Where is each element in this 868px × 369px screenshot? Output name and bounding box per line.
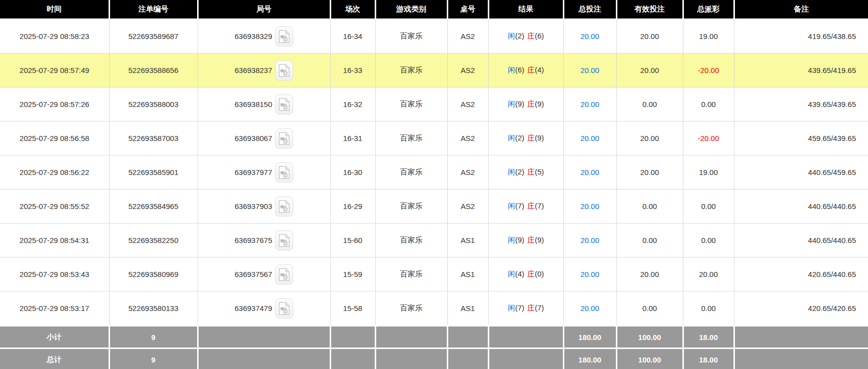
round-number: 636937567 bbox=[235, 270, 272, 278]
video-replay-button[interactable] bbox=[275, 26, 293, 46]
cell-remark: 440.65/440.65 bbox=[734, 224, 868, 258]
cell-result: 闲(9)庄(9) bbox=[488, 88, 563, 122]
player-result-label: 闲 bbox=[508, 66, 515, 74]
cell-table-no: AS1 bbox=[447, 292, 488, 326]
player-result-value: (2) bbox=[515, 32, 524, 40]
cell-total-payout: -20.00 bbox=[683, 122, 734, 156]
cell-table-no: AS2 bbox=[447, 190, 488, 224]
cell-round-id: 636937479 bbox=[198, 292, 330, 326]
table-row: 2025-07-29 08:53:17 522693580133 6369374… bbox=[0, 292, 868, 326]
cell-bet-id: 522693588003 bbox=[109, 88, 198, 122]
round-number: 636938237 bbox=[235, 66, 272, 74]
grand-total-total-payout: 18.00 bbox=[683, 348, 734, 369]
bet-history-table: 时间 注单编号 局号 场次 游戏类别 桌号 结果 总投注 有效投注 总派彩 备注… bbox=[0, 0, 868, 369]
grand-total-row: 总计 9 180.00 100.00 18.00 bbox=[0, 348, 868, 369]
cell-session: 16-31 bbox=[330, 122, 375, 156]
banker-result-value: (7) bbox=[535, 304, 544, 312]
cell-valid-bet: 0.00 bbox=[616, 292, 683, 326]
video-replay-button[interactable] bbox=[275, 60, 293, 80]
table-row: 2025-07-29 08:56:58 522693587003 6369380… bbox=[0, 122, 868, 156]
cell-result: 闲(4)庄(0) bbox=[488, 258, 563, 292]
banker-result-value: (9) bbox=[535, 236, 544, 244]
cell-time: 2025-07-29 08:54:31 bbox=[0, 224, 109, 258]
cell-session: 16-33 bbox=[330, 54, 375, 88]
cell-total-payout: 20.00 bbox=[683, 258, 734, 292]
banker-result-label: 庄 bbox=[527, 32, 535, 40]
cell-time: 2025-07-29 08:58:23 bbox=[0, 19, 109, 54]
video-replay-button[interactable] bbox=[275, 264, 293, 284]
table-row: 2025-07-29 08:56:22 522693585901 6369379… bbox=[0, 156, 868, 190]
video-file-icon bbox=[279, 200, 290, 213]
banker-result-label: 庄 bbox=[527, 202, 535, 210]
cell-table-no: AS1 bbox=[447, 258, 488, 292]
cell-round-id: 636937675 bbox=[198, 224, 330, 258]
col-header-round-id: 局号 bbox=[198, 0, 330, 19]
banker-result-label: 庄 bbox=[527, 134, 535, 142]
video-replay-button[interactable] bbox=[275, 162, 293, 182]
col-header-total-payout: 总派彩 bbox=[683, 0, 734, 19]
player-result-label: 闲 bbox=[508, 202, 515, 210]
col-header-bet-id: 注单编号 bbox=[109, 0, 198, 19]
round-number: 636938067 bbox=[235, 134, 272, 142]
grand-total-count: 9 bbox=[109, 348, 198, 369]
cell-valid-bet: 20.00 bbox=[616, 54, 683, 88]
cell-valid-bet: 20.00 bbox=[616, 258, 683, 292]
cell-total-payout: 19.00 bbox=[683, 19, 734, 54]
round-number: 636938329 bbox=[235, 32, 272, 40]
cell-total-bet: 20.00 bbox=[563, 88, 616, 122]
player-result-value: (2) bbox=[515, 168, 524, 176]
subtotal-label: 小计 bbox=[0, 326, 109, 348]
banker-result-value: (9) bbox=[535, 134, 544, 142]
cell-total-bet: 20.00 bbox=[563, 122, 616, 156]
video-replay-button[interactable] bbox=[275, 128, 293, 148]
cell-total-bet: 20.00 bbox=[563, 19, 616, 54]
round-number: 636938150 bbox=[235, 100, 272, 108]
video-file-icon bbox=[279, 64, 290, 77]
cell-time: 2025-07-29 08:56:22 bbox=[0, 156, 109, 190]
cell-valid-bet: 20.00 bbox=[616, 156, 683, 190]
cell-remark: 440.65/459.65 bbox=[734, 156, 868, 190]
video-file-icon bbox=[279, 234, 290, 247]
video-replay-button[interactable] bbox=[275, 196, 293, 216]
cell-total-payout: -20.00 bbox=[683, 54, 734, 88]
cell-table-no: AS2 bbox=[447, 54, 488, 88]
subtotal-total-bet: 180.00 bbox=[563, 326, 616, 348]
cell-round-id: 636938150 bbox=[198, 88, 330, 122]
cell-time: 2025-07-29 08:53:17 bbox=[0, 292, 109, 326]
cell-session: 16-34 bbox=[330, 19, 375, 54]
cell-time: 2025-07-29 08:55:52 bbox=[0, 190, 109, 224]
banker-result-value: (0) bbox=[535, 270, 544, 278]
grand-total-label: 总计 bbox=[0, 348, 109, 369]
round-number: 636937479 bbox=[235, 304, 272, 312]
cell-session: 15-58 bbox=[330, 292, 375, 326]
grand-total-valid-bet: 100.00 bbox=[616, 348, 683, 369]
cell-round-id: 636937567 bbox=[198, 258, 330, 292]
cell-bet-id: 522693580133 bbox=[109, 292, 198, 326]
cell-total-bet: 20.00 bbox=[563, 54, 616, 88]
cell-result: 闲(2)庄(9) bbox=[488, 122, 563, 156]
cell-table-no: AS2 bbox=[447, 156, 488, 190]
player-result-value: (9) bbox=[515, 236, 524, 244]
video-replay-button[interactable] bbox=[275, 298, 293, 318]
cell-total-payout: 0.00 bbox=[683, 292, 734, 326]
video-file-icon bbox=[279, 30, 290, 43]
cell-game-type: 百家乐 bbox=[375, 19, 447, 54]
player-result-label: 闲 bbox=[508, 32, 515, 40]
cell-remark: 439.65/419.65 bbox=[734, 54, 868, 88]
cell-bet-id: 522693585901 bbox=[109, 156, 198, 190]
cell-session: 16-32 bbox=[330, 88, 375, 122]
col-header-game-type: 游戏类别 bbox=[375, 0, 447, 19]
cell-valid-bet: 0.00 bbox=[616, 190, 683, 224]
cell-result: 闲(9)庄(9) bbox=[488, 224, 563, 258]
cell-game-type: 百家乐 bbox=[375, 54, 447, 88]
cell-round-id: 636937903 bbox=[198, 190, 330, 224]
cell-table-no: AS1 bbox=[447, 224, 488, 258]
table-row: 2025-07-29 08:53:43 522693580969 6369375… bbox=[0, 258, 868, 292]
col-header-time: 时间 bbox=[0, 0, 109, 19]
round-number: 636937675 bbox=[235, 236, 272, 244]
cell-total-payout: 19.00 bbox=[683, 156, 734, 190]
video-replay-button[interactable] bbox=[275, 230, 293, 250]
video-replay-button[interactable] bbox=[275, 94, 293, 114]
cell-time: 2025-07-29 08:56:58 bbox=[0, 122, 109, 156]
cell-round-id: 636938067 bbox=[198, 122, 330, 156]
